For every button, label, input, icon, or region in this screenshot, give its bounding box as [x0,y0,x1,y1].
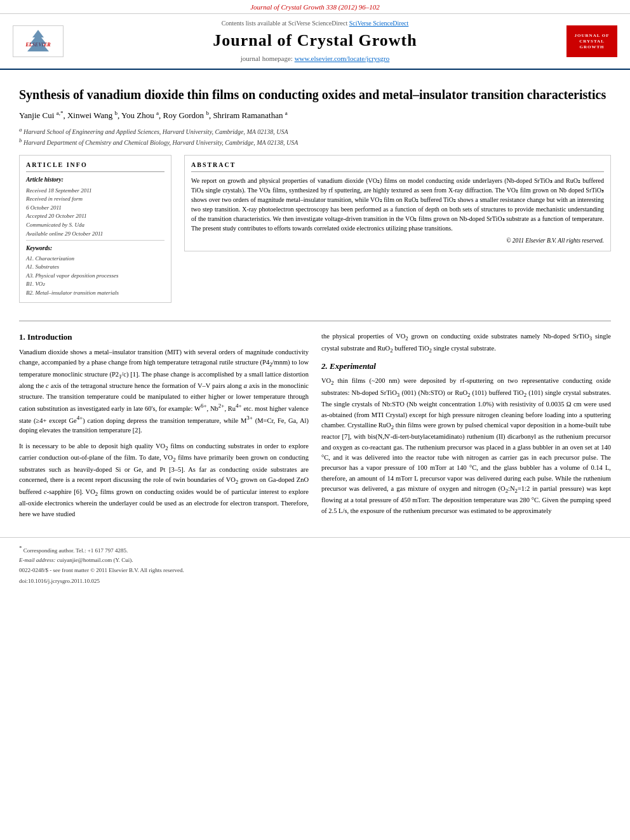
crystal-growth-logo: JOURNAL OFCRYSTALGROWTH [566,25,617,57]
keyword-2: A1. Substrates [26,263,164,271]
abstract-title: ABSTRACT [191,161,604,172]
keyword-3: A3. Physical vapor deposition processes [26,272,164,280]
article-info-column: ARTICLE INFO Article history: Received 1… [19,155,171,310]
header-area: ELSEVIER Contents lists available at Sci… [0,14,630,70]
history-received: Received 18 September 2011 [26,187,164,195]
article-history-heading: Article history: [26,176,164,184]
keyword-5: B2. Metal–insulator transition materials [26,289,164,297]
body-left-col: 1. Introduction Vanadium dioxide shows a… [19,331,309,524]
journal-homepage-link[interactable]: www.elsevier.com/locate/jcrysgro [295,55,390,62]
experimental-number: 2. [321,361,330,371]
experimental-heading: 2. Experimental [321,361,611,372]
intro-para-1: Vanadium dioxide shows a metal–insulator… [19,347,309,436]
sciverse-link[interactable]: SciVerse ScienceDirect [349,20,409,27]
history-revised-date: 6 October 2011 [26,204,164,212]
article-info-abstract-section: ARTICLE INFO Article history: Received 1… [19,155,611,310]
sciverse-line: Contents lists available at SciVerse Sci… [64,19,566,28]
history-communicated: Communicated by S. Uda [26,221,164,229]
article-title: Synthesis of vanadium dioxide thin films… [19,86,611,103]
abstract-box: ABSTRACT We report on growth and physica… [184,155,611,251]
elsevier-logo: ELSEVIER [13,25,64,57]
keyword-1: A1. Characterization [26,255,164,263]
footnote-email: E-mail address: cuiyanjie@hotmail.com (Y… [19,556,611,564]
abstract-text: We report on growth and physical propert… [191,176,604,233]
right-intro-continuation: the physical properties of VO2 grown on … [321,331,611,355]
header-center: Contents lists available at SciVerse Sci… [64,19,566,63]
footer-doi: doi:10.1016/j.jcrysgro.2011.10.025 [19,577,611,585]
article-info-title: ARTICLE INFO [26,161,164,172]
experimental-title: Experimental [330,361,376,371]
history-revised: Received in revised form [26,195,164,203]
info-divider [26,240,164,241]
authors-line: Yanjie Cui a,*, Xinwei Wang b, You Zhou … [19,109,611,122]
intro-para-2: It is necessary to be able to deposit hi… [19,441,309,519]
keywords-title: Keywords: [26,244,164,253]
intro-heading: 1. Introduction [19,331,309,343]
abstract-column: ABSTRACT We report on growth and physica… [184,155,611,310]
history-accepted: Accepted 20 October 2011 [26,212,164,220]
keyword-4: B1. VO₂ [26,280,164,288]
body-right-col: the physical properties of VO2 grown on … [321,331,611,524]
intro-number: 1. [19,332,27,342]
footnote-corresponding: * Corresponding author. Tel.: +1 617 797… [19,544,611,555]
keywords-section: Keywords: A1. Characterization A1. Subst… [26,244,164,297]
article-info-box: ARTICLE INFO Article history: Received 1… [19,155,171,303]
history-available: Available online 29 October 2011 [26,230,164,238]
footer-area: * Corresponding author. Tel.: +1 617 797… [0,537,630,591]
affiliations: a Harvard School of Engineering and Appl… [19,126,611,148]
experimental-para-1: VO2 thin films (~200 nm) were deposited … [321,376,611,516]
intro-title: Introduction [27,332,72,342]
main-content: Synthesis of vanadium dioxide thin films… [0,70,630,537]
footer-copyright: 0022-0248/$ - see front matter © 2011 El… [19,566,611,575]
abstract-copyright: © 2011 Elsevier B.V. All rights reserved… [191,237,604,245]
body-content: 1. Introduction Vanadium dioxide shows a… [19,331,611,524]
header-left: ELSEVIER [13,25,64,57]
section-divider [19,321,611,321]
journal-top-bar: Journal of Crystal Growth 338 (2012) 96–… [0,0,630,14]
journal-title: Journal of Crystal Growth [64,29,566,52]
journal-homepage: journal homepage: www.elsevier.com/locat… [64,54,566,63]
journal-citation: Journal of Crystal Growth 338 (2012) 96–… [250,3,380,11]
